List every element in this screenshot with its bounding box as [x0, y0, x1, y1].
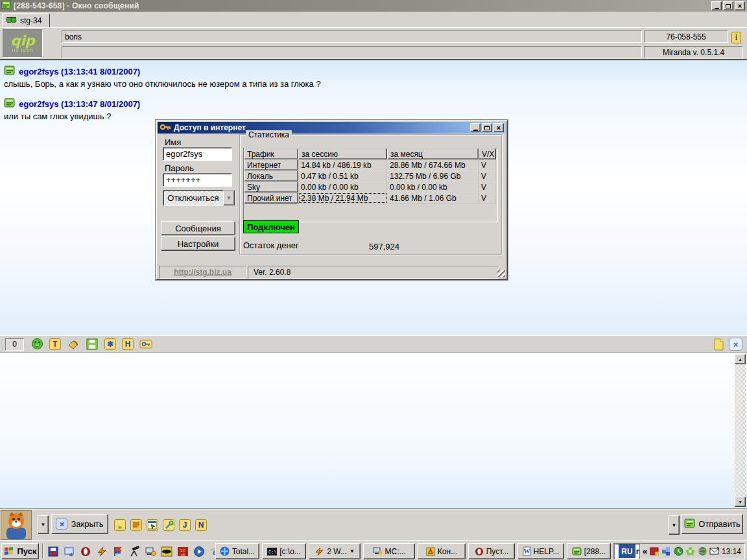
column-header[interactable]: за сессию [298, 148, 387, 159]
send-options-chevron-icon[interactable]: ▼ [669, 515, 680, 535]
dialog-close-button[interactable]: × [493, 123, 504, 132]
start-button[interactable]: Пуск [1, 543, 39, 559]
resize-grip[interactable] [497, 270, 505, 277]
tray-icq-flower-icon[interactable] [685, 546, 696, 557]
scrollbar[interactable]: ▲ ▼ [735, 354, 746, 507]
row-header[interactable]: Интернет [244, 159, 298, 170]
key-manage-icon[interactable] [139, 338, 152, 351]
row-header[interactable]: Прочий инет [244, 192, 298, 204]
snowflake-file-icon[interactable]: ✱ [104, 338, 116, 350]
send-button[interactable]: Отправить [682, 514, 743, 534]
task-opera-page[interactable]: Пуст... [468, 543, 515, 559]
notes-icon[interactable]: N [195, 519, 207, 531]
message-input[interactable]: ▲ ▼ [0, 352, 747, 509]
floppy-icon[interactable] [46, 544, 60, 559]
login-input[interactable] [163, 147, 232, 161]
new-note-icon[interactable] [712, 338, 725, 351]
restore-button[interactable] [723, 1, 733, 10]
journal-icon[interactable]: J [179, 519, 191, 531]
svg-text:v8: v8 [180, 552, 185, 556]
task-console-2[interactable]: Кон... [418, 543, 466, 559]
tray-network-icon[interactable] [661, 546, 672, 557]
table-cell[interactable]: 0.00 kb / 0.00 kb [298, 181, 387, 192]
tab-stg-34[interactable]: stg-34 [2, 13, 50, 27]
password-input[interactable] [163, 173, 232, 187]
table-cell-focused[interactable]: 2.38 Mb / 21.94 Mb [298, 192, 387, 204]
dialog-minimize-button[interactable] [470, 123, 480, 132]
smiley-icon[interactable] [30, 338, 43, 351]
statistics-group: Статистика Трафик за сессию за месяц V/X… [239, 134, 503, 255]
row-header[interactable]: Локаль [244, 170, 298, 181]
background-color-icon[interactable] [67, 338, 80, 351]
minimize-button[interactable] [711, 1, 722, 10]
tray-collapse-chevron[interactable]: « [643, 546, 647, 556]
row-header[interactable]: Sky [244, 181, 298, 192]
messages-button[interactable]: Сообщения [161, 221, 235, 235]
tools-wrench-icon[interactable] [163, 519, 174, 531]
user-details-icon[interactable]: i [731, 32, 741, 43]
column-header[interactable]: Трафик [244, 148, 298, 159]
taskbar-separator [42, 544, 43, 558]
table-cell[interactable]: 0.47 kb / 0.51 kb [298, 170, 387, 181]
scroll-down-icon[interactable]: ▼ [735, 496, 746, 507]
table-cell[interactable]: 14.84 kb / 486.19 kb [298, 159, 387, 170]
email-field [62, 46, 642, 58]
dialog-titlebar[interactable]: Доступ в интернет × [158, 122, 506, 134]
opera-icon[interactable] [78, 544, 92, 559]
history-icon[interactable]: H [122, 338, 134, 350]
table-cell[interactable]: V [479, 181, 496, 192]
table-cell[interactable]: V [479, 192, 496, 204]
table-cell[interactable]: 0.00 kb / 0.00 kb [387, 181, 479, 192]
column-header[interactable]: V/X [479, 148, 496, 159]
batman-icon[interactable] [160, 544, 173, 559]
tray-globe-icon[interactable] [697, 546, 707, 557]
table-cell[interactable]: 41.66 Mb / 1.06 Gb [387, 192, 479, 204]
settings-button[interactable]: Настройки [161, 237, 235, 251]
close-button[interactable]: × [735, 1, 745, 10]
tray-timer-icon[interactable] [673, 546, 683, 557]
media-player-icon[interactable] [192, 544, 206, 559]
stg-website-link[interactable]: http://stg.biz.ua [174, 268, 231, 277]
show-desktop-icon[interactable] [62, 544, 76, 559]
table-cell[interactable]: V [479, 159, 496, 170]
remote-computer-icon[interactable] [143, 544, 157, 559]
far-manager-icon[interactable] [95, 544, 108, 559]
chevron-down-icon[interactable]: ▼ [223, 191, 235, 205]
column-header[interactable]: за месяц [387, 148, 479, 159]
contact-header: qip no icon Имя: boris 76-058-555 i Emai… [0, 27, 747, 59]
save-icon[interactable] [86, 338, 99, 351]
table-cell[interactable]: 132.75 Mb / 6.96 Gb [387, 170, 479, 181]
telescope-icon[interactable] [127, 544, 141, 559]
font-color-icon[interactable]: T [49, 338, 61, 350]
tray-mail-icon[interactable] [709, 546, 720, 557]
task-far-group[interactable]: 2 W... ▼ [309, 543, 361, 559]
task-mc[interactable]: МС:... [363, 543, 415, 559]
close-options-chevron-icon[interactable]: ▼ [38, 515, 49, 534]
dialog-maximize-button[interactable] [482, 123, 492, 132]
disconnect-label: Отключиться [163, 191, 223, 205]
tray-clock[interactable]: 13:14 [722, 547, 741, 556]
statusbar-link-panel: http://stg.biz.ua [159, 266, 246, 279]
task-word-help[interactable]: W HELP... [517, 543, 564, 559]
disconnect-combo[interactable]: Отключиться ▼ [163, 190, 235, 206]
send-message-icon [684, 519, 695, 530]
table-cell[interactable]: 28.86 Mb / 674.66 Mb [387, 159, 479, 170]
task-message-window[interactable]: [288... [567, 543, 611, 559]
task-console[interactable]: C:\ [c:\o... [262, 543, 306, 559]
language-indicator[interactable]: RU [619, 544, 635, 558]
close-tab-icon[interactable]: × [729, 338, 742, 351]
window-select-icon[interactable] [147, 519, 158, 531]
quote-icon[interactable]: „ [114, 519, 126, 531]
window-title: [288-543-658] - Окно сообщений [14, 1, 139, 10]
table-cell[interactable]: V [479, 170, 496, 181]
taskbar-separator [614, 544, 615, 558]
scroll-up-icon[interactable]: ▲ [735, 354, 746, 364]
message-author: egor2fsys (13:13:47 8/01/2007) [19, 99, 140, 109]
close-chat-button[interactable]: × Закрыть [51, 514, 108, 534]
colored-flag-icon[interactable] [111, 544, 124, 559]
tray-messenger-icon[interactable] [649, 546, 659, 557]
task-total-commander[interactable]: Total... [215, 543, 259, 559]
1c-icon[interactable]: 1Сv8 [176, 544, 189, 559]
template-icon[interactable] [130, 519, 142, 531]
window-titlebar[interactable]: [288-543-658] - Окно сообщений × [0, 0, 747, 12]
